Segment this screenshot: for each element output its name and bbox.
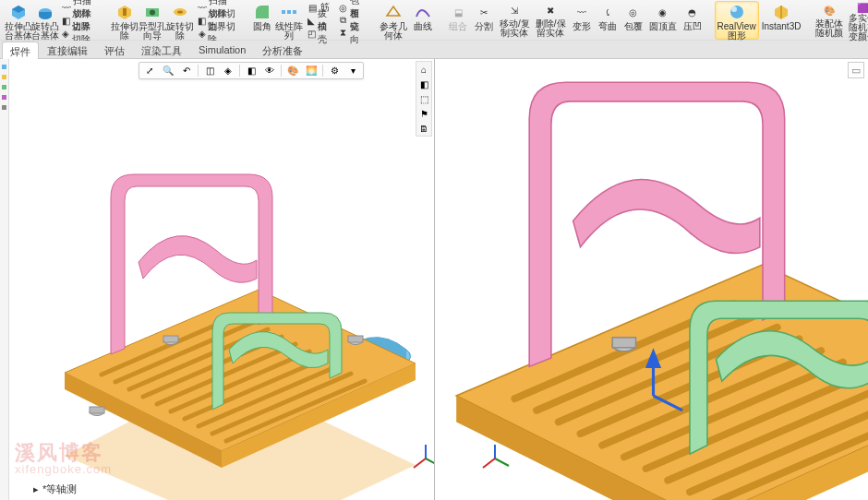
bound-icon: ◈ xyxy=(198,28,206,39)
dome-icon: ◓ xyxy=(683,3,702,21)
instant3d-button[interactable]: Instant3D xyxy=(759,1,804,40)
ribbon-group-bodies: ⬓组合 ✂分割 ⇲移动/复 制实体 ✖删除/保 留实体 〰变形 ⤹弯曲 ◎包覆 … xyxy=(443,1,707,40)
instant3d-icon xyxy=(772,3,790,21)
split-button[interactable]: ✂分割 xyxy=(471,1,497,40)
swept-icon: 〰 xyxy=(198,2,207,13)
svg-line-32 xyxy=(426,458,435,466)
ribbon-toolbar: 拉伸凸 台基体 旋转凸 台基体 〰扫描切除 ◧放样切除 ◈边界切除 拉伸切 除 … xyxy=(0,0,868,41)
graphics-area: ⤢ 🔍 ↶ ◫ ◈ ◧ 👁 🎨 🌅 ⚙ ▾ xyxy=(0,59,868,500)
revolve-cut-button[interactable]: 旋转切 除 xyxy=(166,1,194,40)
cube-out-icon xyxy=(9,3,28,21)
model-scene-left xyxy=(28,142,434,500)
linear-pattern-button[interactable]: 线性阵 列 xyxy=(275,1,304,40)
apply-scene-icon[interactable]: 🌅 xyxy=(304,64,319,78)
mirror-button[interactable]: ⧗镜向 xyxy=(335,27,368,40)
tab-weldments[interactable]: 焊件 xyxy=(2,42,39,59)
wrap2-button[interactable]: ◎包覆 xyxy=(621,1,646,40)
ribbon-group-macros: 🎨装配体 随机颜 🟪多实体 随机改 变颜色 文特征名 翻译宏 xyxy=(811,1,868,40)
tab-simulation[interactable]: Simulation xyxy=(190,41,254,58)
taskpane-doc-icon[interactable]: 🗎 xyxy=(417,122,430,135)
combine-button[interactable]: ⬓组合 xyxy=(445,1,471,40)
revolve-boss-button[interactable]: 旋转凸 台基体 xyxy=(32,1,59,40)
toolbar-sep xyxy=(239,65,240,77)
draft-icon: ◣ xyxy=(307,15,316,26)
status-label: *等轴测 xyxy=(42,482,77,496)
delbody-icon: ✖ xyxy=(541,3,560,18)
feature-manager-gutter[interactable] xyxy=(0,59,9,500)
delete-body-button[interactable]: ✖删除/保 留实体 xyxy=(533,1,569,40)
fillet-button[interactable]: 圆角 xyxy=(249,1,275,40)
tab-render-tools[interactable]: 渲染工具 xyxy=(133,41,190,58)
section-view-icon[interactable]: ◫ xyxy=(202,64,217,78)
taskpane-part-icon[interactable]: ◧ xyxy=(417,77,430,90)
view-triad-right[interactable] xyxy=(479,443,511,474)
move-copy-button[interactable]: ⇲移动/复 制实体 xyxy=(497,1,533,40)
taskpane-home-icon[interactable]: ⌂ xyxy=(417,63,430,76)
view-settings-icon[interactable]: ⚙ xyxy=(327,64,342,78)
combine-icon: ⬓ xyxy=(449,3,467,21)
svg-line-56 xyxy=(483,458,495,468)
display-style-icon[interactable]: ◧ xyxy=(244,64,259,78)
shell-button[interactable]: ◰抽壳 xyxy=(304,27,336,40)
flex-icon: ⤹ xyxy=(598,3,617,21)
tab-direct-edit[interactable]: 直接编辑 xyxy=(39,41,96,58)
ref-geom-button[interactable]: 参考几 何体 xyxy=(377,1,410,40)
svg-rect-7 xyxy=(287,10,291,14)
curve-icon xyxy=(414,3,432,21)
taskpane-asm-icon[interactable]: ⬚ xyxy=(417,92,430,105)
toolbar-sep xyxy=(281,65,282,77)
realview-button[interactable]: RealView 图形 xyxy=(715,1,759,40)
deform-button[interactable]: 〰变形 xyxy=(569,1,595,40)
wrap-icon: ◎ xyxy=(624,3,643,21)
extrude-cut-button[interactable]: 拉伸切 除 xyxy=(111,1,139,40)
ribbon-small-col-feat1: ▤筋 ◣拔模 ◰抽壳 xyxy=(304,1,336,40)
model-scene-right xyxy=(435,59,868,500)
wrap-icon: ◎ xyxy=(339,2,347,13)
multibody-random-color-button[interactable]: 🟪多实体 随机改 变颜色 xyxy=(846,1,868,40)
loft-icon: ◧ xyxy=(62,15,70,26)
indent-icon: ◉ xyxy=(654,3,672,21)
indent-button[interactable]: ◉圆顶直 xyxy=(646,1,680,40)
curves-button[interactable]: 曲线 xyxy=(410,1,436,40)
taskpane-flag-icon[interactable]: ⚑ xyxy=(417,107,430,120)
inter-icon: ⧉ xyxy=(339,15,347,26)
loft-icon: ◧ xyxy=(198,15,206,26)
view-triad-left[interactable] xyxy=(410,443,435,474)
zoom-area-icon[interactable]: 🔍 xyxy=(161,64,175,78)
viewport-right[interactable]: ▭ xyxy=(435,59,868,500)
more-icon[interactable]: ▾ xyxy=(345,64,360,78)
movecopy-icon: ⇲ xyxy=(505,3,524,18)
task-pane-tabs: ⌂ ◧ ⬚ ⚑ 🗎 xyxy=(416,61,432,137)
iso-glyph-icon: ▸ xyxy=(33,483,39,495)
dome-button[interactable]: ◓压凹 xyxy=(680,1,705,40)
prev-view-icon[interactable]: ↶ xyxy=(179,64,194,78)
boundary-cut-button[interactable]: ◈边界切除 xyxy=(194,27,240,40)
cube-cut-icon xyxy=(115,3,134,21)
extrude-boss-label: 拉伸凸 台基体 xyxy=(5,22,32,41)
swept-icon: 〰 xyxy=(62,2,71,13)
split-icon: ✂ xyxy=(475,3,493,21)
view-orient-icon[interactable]: ◈ xyxy=(221,64,235,78)
boundary-boss-button[interactable]: ◈边界切除 xyxy=(58,27,102,40)
ribbon-group-boss: 拉伸凸 台基体 旋转凸 台基体 〰扫描切除 ◧放样切除 ◈边界切除 xyxy=(4,1,103,40)
viewport-left[interactable]: ⤢ 🔍 ↶ ◫ ◈ ◧ 👁 🎨 🌅 ⚙ ▾ xyxy=(9,59,435,500)
cube-rev-icon xyxy=(36,3,54,21)
linpat-icon xyxy=(280,3,298,21)
tab-analysis-prep[interactable]: 分析准备 xyxy=(254,41,311,58)
zoom-fit-icon[interactable]: ⤢ xyxy=(142,64,157,78)
tab-evaluate[interactable]: 评估 xyxy=(96,41,133,58)
flex-button[interactable]: ⤹弯曲 xyxy=(595,1,621,40)
svg-point-10 xyxy=(731,6,737,12)
cube-rev-cut-icon xyxy=(171,3,189,21)
extrude-boss-button[interactable]: 拉伸凸 台基体 xyxy=(6,1,32,40)
ribbon-group-view: RealView 图形 Instant3D xyxy=(713,1,806,40)
edit-appearance-icon[interactable]: 🎨 xyxy=(285,64,300,78)
hide-show-icon[interactable]: 👁 xyxy=(262,64,277,78)
asm-random-color-button[interactable]: 🎨装配体 随机颜 xyxy=(813,1,846,40)
refgeom-icon xyxy=(384,3,403,21)
svg-rect-1 xyxy=(123,8,127,16)
toolbar-sep xyxy=(198,65,199,77)
svg-rect-6 xyxy=(282,10,285,14)
view-status: ▸ *等轴测 xyxy=(33,482,77,496)
hole-wizard-button[interactable]: 异型孔 向导 xyxy=(139,1,166,40)
